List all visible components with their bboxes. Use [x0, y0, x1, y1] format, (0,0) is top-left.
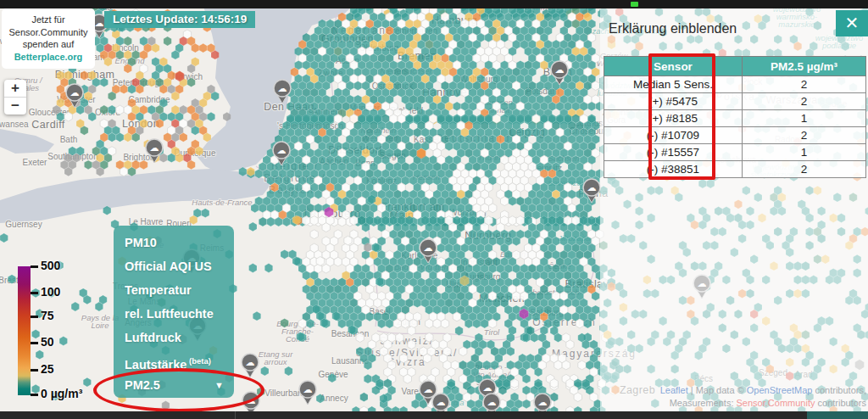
table-cell: (-) #38851: [604, 161, 743, 178]
cloud-icon: ☁: [483, 383, 492, 393]
donation-line2: Sensor.Community: [3, 26, 93, 39]
cloud-icon: ☁: [538, 397, 548, 407]
cloud-icon: ☁: [303, 384, 313, 394]
svg-text:Tirol: Tirol: [484, 327, 500, 337]
table-cell: 2: [743, 161, 866, 178]
legend-gradient-bar: [18, 266, 31, 395]
attribution-text2: contributors,: [812, 385, 866, 395]
attribution-text: | Map data ©: [688, 385, 747, 395]
table-cell: 2: [743, 93, 866, 110]
bottom-strip-divider: [235, 411, 236, 419]
layer-menu-item-official-aqi-us[interactable]: Official AQI US: [114, 254, 234, 278]
cloud-icon: ☁: [424, 243, 433, 253]
cloud-icon: ☁: [70, 87, 80, 98]
donation-box: Jetzt für Sensor.Community spenden auf B…: [2, 8, 95, 69]
cloud-icon: ☁: [247, 395, 256, 405]
table-cell: 1: [743, 144, 866, 161]
svg-text:Bath: Bath: [60, 135, 78, 144]
sensor-community-link[interactable]: Sensor.Community: [737, 398, 815, 408]
leaflet-link[interactable]: Leaflet: [660, 385, 688, 395]
last-update-time: 14:56:19: [201, 13, 247, 25]
layer-menu-item-lautst-rke[interactable]: Lautstärke (beta): [114, 349, 234, 373]
cloud-icon: ☁: [95, 18, 104, 28]
table-row: (-) #155571: [604, 144, 866, 161]
svg-text:arroux: arroux: [264, 357, 288, 366]
app-root: LeedsHullLiverpoolLincolnNottinghamEngla…: [0, 0, 868, 419]
layer-menu-item-luftdruck[interactable]: Luftdruck: [114, 326, 234, 349]
osm-link[interactable]: OpenStreetMap: [747, 385, 813, 395]
svg-text:Loire: Loire: [91, 321, 108, 330]
map-attribution: Leaflet | Map data © OpenStreetMap contr…: [660, 384, 866, 410]
bottom-strip-accent: [807, 411, 868, 419]
table-row: (+) #54752: [604, 93, 866, 110]
selected-layer-label: PM2.5: [125, 373, 160, 397]
attribution-text3: contributors: [815, 398, 866, 408]
sensor-cluster-marker[interactable]: ☁: [299, 381, 316, 405]
legend-tick-label: 100: [41, 285, 60, 299]
legend-tick-label: 75: [41, 309, 54, 322]
status-dot: [631, 2, 638, 7]
legend-tick: [31, 265, 38, 268]
legend-tick-label: 25: [41, 362, 54, 376]
svg-text:Guernsey: Guernsey: [5, 220, 42, 229]
cloud-icon: ☁: [555, 64, 565, 75]
betterplace-link[interactable]: Betterplace.org: [3, 51, 93, 64]
legend-tick: [31, 292, 38, 294]
table-row: (+) #81851: [604, 110, 866, 127]
browser-bottom-strip: [0, 411, 868, 419]
measurements-label: Measurements:: [670, 398, 737, 408]
attribution-line2: Measurements: Sensor.Community contribut…: [660, 397, 866, 410]
cloud-icon: ☁: [246, 357, 255, 367]
legend-tick-label: 500: [41, 259, 60, 272]
legend-tick: [31, 316, 38, 318]
svg-text:Exeter: Exeter: [23, 158, 48, 167]
table-row: (-) #388512: [604, 161, 866, 178]
layer-selected-pm25[interactable]: PM2.5▼: [114, 373, 234, 397]
donation-line3: spenden auf: [3, 38, 93, 51]
attribution-line1: Leaflet | Map data © OpenStreetMap contr…: [660, 384, 866, 397]
table-cell: 2: [743, 76, 866, 93]
browser-top-strip: [0, 0, 868, 8]
cloud-icon: ☁: [424, 384, 433, 394]
cloud-icon: ☁: [487, 397, 497, 407]
layer-menu-item-rel-luftfeuchte[interactable]: rel. Luftfeuchte: [114, 302, 234, 326]
beta-tag: (beta): [186, 356, 211, 366]
panel-title: Erklärung einblenden: [609, 21, 737, 36]
zoom-out-button[interactable]: −: [4, 98, 26, 115]
sensor-table: SensorPM2.5 µg/m³Median 5 Sens.2(+) #547…: [604, 56, 866, 178]
cloud-icon: ☁: [277, 145, 287, 155]
layer-menu-item-temperatur[interactable]: Temperatur: [114, 278, 234, 302]
legend-tick-label: 0 µg/m³: [41, 387, 82, 400]
legend-tick: [31, 342, 38, 344]
sensor-cluster-marker[interactable]: ☁: [242, 354, 259, 377]
zoom-in-button[interactable]: +: [4, 80, 26, 97]
donation-line1: Jetzt für: [3, 14, 93, 26]
last-update-label: Letztes Update:: [113, 13, 198, 25]
layer-menu-item-pm10[interactable]: PM10: [114, 231, 234, 254]
last-update-badge: Letztes Update: 14:56:19: [104, 11, 255, 28]
cloud-icon: ☁: [587, 182, 597, 193]
table-cell: 1: [743, 110, 866, 127]
table-cell: (-) #10709: [604, 127, 743, 144]
legend-tick: [31, 394, 38, 396]
cloud-icon: ☁: [437, 397, 446, 407]
table-cell: (-) #15557: [604, 144, 743, 161]
cloud-icon: ☁: [278, 83, 287, 93]
close-icon[interactable]: ✕: [836, 10, 868, 36]
map-zoom-control: + −: [4, 80, 26, 115]
layer-menu: PM10Official AQI USTemperaturrel. Luftfe…: [114, 226, 234, 398]
chevron-down-icon: ▼: [214, 373, 224, 397]
table-header: Sensor: [604, 57, 743, 76]
table-cell: 2: [743, 127, 866, 144]
cloud-icon: ☁: [150, 142, 159, 153]
table-row: Median 5 Sens.2: [604, 76, 866, 93]
table-cell: (+) #5475: [604, 93, 743, 110]
svg-text:Swansea: Swansea: [0, 120, 29, 129]
table-header: PM2.5 µg/m³: [743, 57, 866, 76]
table-cell: Median 5 Sens.: [604, 76, 743, 93]
legend-tick: [31, 369, 38, 372]
table-row: (-) #107092: [604, 127, 866, 144]
table-cell: (+) #8185: [604, 110, 743, 127]
legend-tick-label: 50: [41, 335, 54, 349]
svg-text:Hauts-de-France: Hauts-de-France: [192, 198, 252, 207]
